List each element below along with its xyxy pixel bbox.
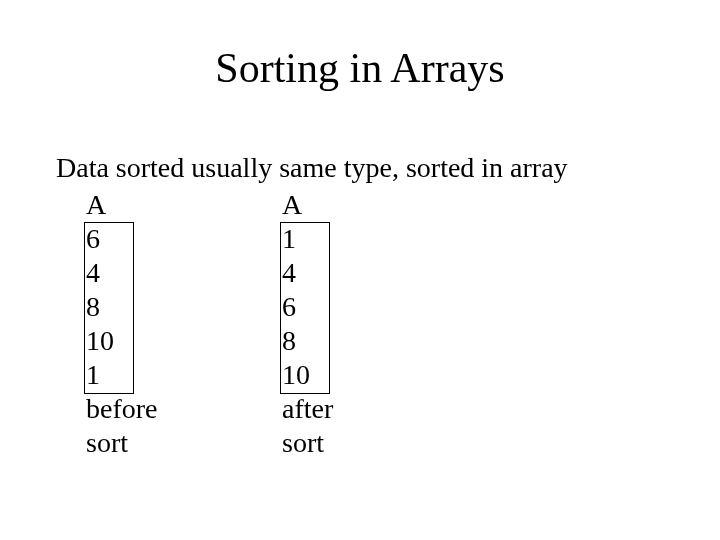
- slide: Sorting in Arrays Data sorted usually sa…: [0, 0, 720, 540]
- array-label: A: [86, 188, 158, 222]
- array-cell: 4: [282, 256, 333, 290]
- array-cell: 6: [282, 290, 333, 324]
- array-column-before: A 6 4 8 10 1 before sort: [86, 188, 158, 460]
- array-cell: 10: [86, 324, 158, 358]
- slide-title: Sorting in Arrays: [0, 44, 720, 92]
- array-caption: sort: [282, 426, 333, 460]
- array-cell: 1: [86, 358, 158, 392]
- array-caption: after: [282, 392, 333, 426]
- array-cell: 8: [86, 290, 158, 324]
- array-cell: 10: [282, 358, 333, 392]
- array-cell: 8: [282, 324, 333, 358]
- array-column-after: A 1 4 6 8 10 after sort: [282, 188, 333, 460]
- array-cell: 1: [282, 222, 333, 256]
- array-caption: before: [86, 392, 158, 426]
- array-caption: sort: [86, 426, 158, 460]
- array-cell: 4: [86, 256, 158, 290]
- slide-subtitle: Data sorted usually same type, sorted in…: [56, 152, 568, 184]
- array-cell: 6: [86, 222, 158, 256]
- array-label: A: [282, 188, 333, 222]
